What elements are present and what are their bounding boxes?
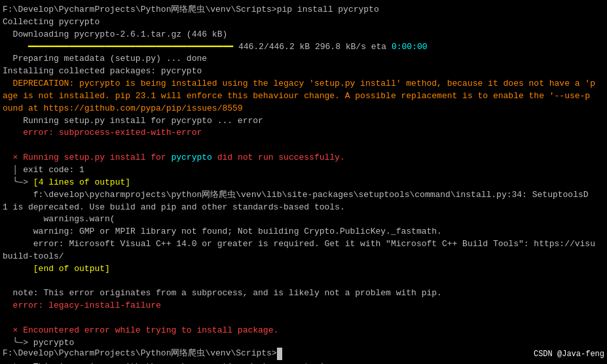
terminal-line-11: error: subprocess-exited-with-error	[3, 127, 604, 139]
terminal-line-13: × Running setup.py install for pycrypto …	[3, 152, 604, 164]
terminal-line-9: ound at https://github.com/pypa/pip/issu…	[3, 103, 604, 115]
terminal-line-22: [end of output]	[3, 263, 604, 276]
terminal-line-26	[3, 312, 604, 325]
bottom-bar: F:\Develop\PycharmProjects\Python网络爬虫\ve…	[3, 348, 604, 360]
terminal-line-23	[3, 276, 604, 288]
terminal-line-10: Running setup.py install for pycrypto ..…	[3, 115, 604, 128]
terminal-line-24: note: This error originates from a subpr…	[3, 287, 604, 300]
terminal-line-2: Collecting pycrypto	[3, 16, 604, 29]
terminal-line-3: Downloading pycrypto-2.6.1.tar.gz (446 k…	[3, 29, 604, 41]
terminal-line-30: note: This is an issue with the package …	[3, 361, 604, 364]
terminal-line-18: warnings.warn(	[3, 213, 604, 226]
terminal-line-8: age is not installed. pip 23.1 will enfo…	[3, 90, 604, 103]
terminal-line-21: build-tools/	[3, 251, 604, 263]
terminal-line-15: ╰─> [4 lines of output]	[3, 177, 604, 189]
terminal-prompt: F:\Develop\PycharmProjects\Python网络爬虫\ve…	[3, 348, 282, 360]
terminal-line-4: ━━━━━━━━━━━━━━━━━━━━━━━━━━━━━━━━━━━━━━━━…	[3, 41, 604, 54]
watermark: CSDN @Java-feng	[534, 350, 604, 359]
terminal-line-6: Installing collected packages: pycrypto	[3, 65, 604, 78]
terminal-line-12	[3, 139, 604, 152]
terminal-line-27: × Encountered error while trying to inst…	[3, 325, 604, 337]
terminal-line-16: f:\develop\pycharmprojects\python网络爬虫\ve…	[3, 189, 604, 202]
terminal-line-20: error: Microsoft Visual C++ 14.0 or grea…	[3, 238, 604, 251]
terminal-line-17: 1 is deprecated. Use build and pip and o…	[3, 202, 604, 214]
terminal-line-1: F:\Develop\PycharmProjects\Python网络爬虫\ve…	[3, 4, 604, 16]
terminal-line-7: DEPRECATION: pycrypto is being installed…	[3, 78, 604, 90]
terminal-window: F:\Develop\PycharmProjects\Python网络爬虫\ve…	[0, 0, 607, 364]
terminal-line-5: Preparing metadata (setup.py) ... done	[3, 53, 604, 65]
terminal-line-19: warning: GMP or MPIR library not found; …	[3, 226, 604, 238]
terminal-line-14: │ exit code: 1	[3, 164, 604, 177]
terminal-line-25: error: legacy-install-failure	[3, 300, 604, 312]
